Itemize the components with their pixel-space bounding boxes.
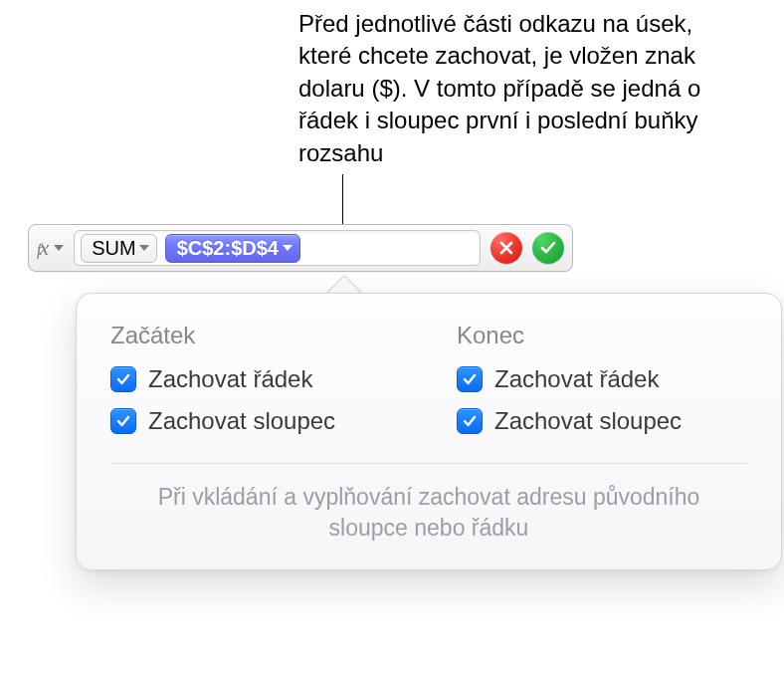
start-preserve-row[interactable]: Zachovat řádek [110,365,401,393]
checkbox-label: Zachovat sloupec [148,407,335,435]
start-column: Začátek Zachovat řádek Zachovat sloupec [110,322,401,449]
checkbox-checked-icon [110,366,136,392]
checkbox-checked-icon [110,408,136,434]
close-icon [499,241,513,255]
checkbox-checked-icon [457,408,483,434]
start-heading: Začátek [110,322,401,349]
end-preserve-row[interactable]: Zachovat řádek [457,365,747,393]
reference-text: $C$2:$D$4 [177,237,279,260]
divider [110,463,747,464]
annotation-leader-line [342,174,343,226]
popover-hint: Při vkládání a vyplňování zachovat adres… [110,482,747,544]
function-name: SUM [92,237,135,260]
checkbox-label: Zachovat řádek [148,365,312,393]
cancel-button[interactable] [490,232,522,264]
preserve-reference-popover: Začátek Zachovat řádek Zachovat sloupec … [76,293,782,570]
reference-token[interactable]: $C$2:$D$4 [165,234,300,263]
formula-bar: fx SUM $C$2:$D$4 [28,224,573,272]
check-icon [540,241,556,255]
checkbox-checked-icon [457,366,483,392]
chevron-down-icon [139,245,149,251]
function-token[interactable]: SUM [81,234,156,263]
fx-menu[interactable]: fx [37,235,64,261]
start-preserve-column[interactable]: Zachovat sloupec [110,407,401,435]
fx-icon: fx [37,235,49,261]
confirm-button[interactable] [532,232,564,264]
end-preserve-column[interactable]: Zachovat sloupec [457,407,747,435]
end-heading: Konec [457,322,747,349]
annotation-text: Před jednotlivé části odkazu na úsek, kt… [298,8,744,169]
checkbox-label: Zachovat řádek [494,365,659,393]
end-column: Konec Zachovat řádek Zachovat sloupec [457,322,747,449]
checkbox-label: Zachovat sloupec [494,407,682,435]
chevron-down-icon [54,245,64,251]
chevron-down-icon [283,245,293,251]
formula-field[interactable]: SUM $C$2:$D$4 [74,230,481,266]
